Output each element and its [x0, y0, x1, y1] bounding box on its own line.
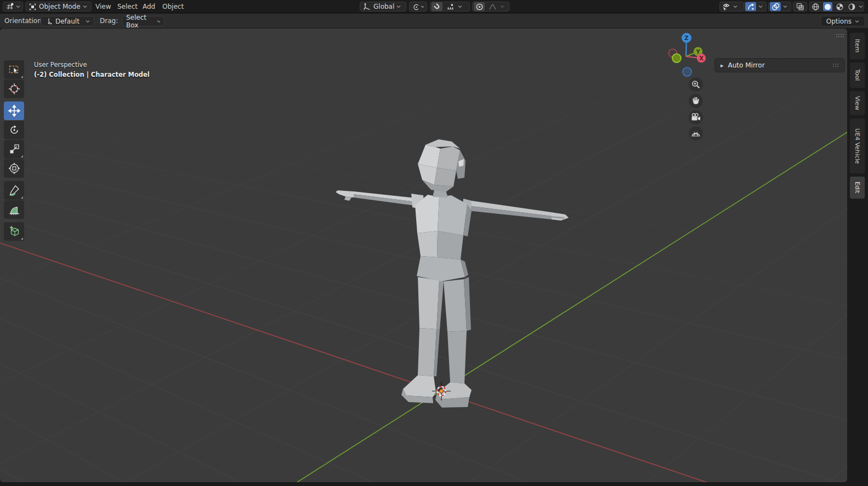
proportional-editing-group	[472, 2, 509, 12]
add-cube-icon	[8, 225, 20, 238]
overlays-toggle-group	[768, 2, 791, 12]
perspective-toggle-button[interactable]	[689, 126, 703, 140]
menu-view[interactable]: View	[91, 0, 115, 13]
pan-button[interactable]	[689, 94, 703, 108]
select-box-tool[interactable]	[4, 60, 24, 79]
scale-tool[interactable]	[4, 140, 24, 159]
falloff-curve-icon	[489, 3, 497, 11]
orientation-axes-icon	[363, 3, 371, 11]
object-origin-dot	[440, 389, 444, 393]
eye-cursor-icon	[722, 2, 731, 11]
expand-chevron-icon: ▸	[721, 62, 724, 69]
character-model[interactable]	[336, 139, 569, 408]
object-mode-icon	[29, 3, 37, 11]
chevron-down-icon	[396, 5, 401, 8]
breadcrumb: (-2) Collection | Character Model	[34, 71, 150, 78]
axis-neg-y-ball	[672, 54, 681, 63]
panel-title: Auto Mirror	[728, 61, 765, 69]
options-button[interactable]: Options	[821, 16, 865, 26]
viewport-header: Object Mode View Select Add Object Globa…	[0, 0, 868, 13]
transform-icon	[8, 162, 20, 174]
pivot-point-selector[interactable]	[409, 2, 427, 12]
drag-dropdown[interactable]: Select Box	[122, 16, 164, 26]
grid-fade	[0, 29, 847, 138]
panel-grip-icon[interactable]	[832, 61, 840, 69]
y-axis-line	[297, 132, 847, 482]
window-bottom-edge	[0, 482, 868, 486]
orientation-dropdown[interactable]: Default	[41, 16, 94, 26]
tab-tool[interactable]: Tool	[849, 62, 865, 88]
snap-toggle[interactable]	[432, 2, 442, 11]
tab-view[interactable]: View	[849, 91, 865, 116]
overlays-toggle[interactable]	[770, 2, 781, 11]
axis-z-label: Z	[684, 35, 688, 41]
left-hand	[336, 190, 354, 197]
move-tool[interactable]	[4, 101, 24, 120]
measure-tool[interactable]	[4, 200, 24, 219]
shading-solid-button[interactable]	[823, 2, 833, 11]
orientation-value: Global	[373, 3, 394, 10]
blender-window: Z Y X	[0, 0, 868, 486]
xray-toggle[interactable]	[793, 2, 807, 12]
material-sphere-icon	[836, 3, 844, 11]
chevron-down-icon	[86, 20, 90, 23]
cursor-tool[interactable]	[4, 80, 24, 98]
left-foot	[403, 375, 436, 397]
subtool-indicator	[21, 76, 23, 78]
menu-add[interactable]: Add	[138, 0, 160, 13]
snap-magnet-icon	[433, 3, 441, 11]
visibility-selector[interactable]	[719, 2, 744, 12]
tab-ue4-vehicle[interactable]: UE4 Vehicle	[849, 118, 865, 174]
chevron-down-icon	[758, 5, 763, 8]
orientation-default-icon	[45, 18, 53, 25]
region-grip-icon[interactable]	[836, 33, 844, 38]
orientation-dropdown-value: Default	[55, 18, 80, 25]
editor-type-selector[interactable]	[3, 2, 23, 12]
annotate-icon	[8, 184, 20, 196]
viewport-3d[interactable]: Z Y X	[0, 29, 847, 482]
snap-increment-icon	[446, 3, 455, 11]
proportional-edit-toggle[interactable]	[474, 2, 485, 11]
chevron-down-icon	[458, 5, 462, 8]
panel-auto-mirror[interactable]: ▸ Auto Mirror	[714, 58, 845, 72]
camera-view-button[interactable]	[689, 110, 703, 125]
rotate-icon	[8, 124, 20, 136]
tab-item[interactable]: Item	[849, 32, 865, 60]
shading-wireframe-button[interactable]	[811, 2, 821, 11]
chevron-down-icon	[733, 5, 737, 8]
axis-neg-z-ball	[683, 67, 691, 76]
drag-label: Drag:	[100, 17, 118, 25]
shading-material-button[interactable]	[835, 2, 844, 11]
falloff-selector[interactable]	[487, 2, 498, 11]
axis-y-label: Y	[695, 49, 700, 55]
tool-settings-bar: Orientation: Default Drag: Select Box Op…	[0, 14, 868, 29]
overlays-icon	[771, 3, 780, 11]
shading-rendered-button[interactable]	[847, 2, 856, 11]
transform-orientation-selector[interactable]: Global	[360, 2, 406, 12]
options-label: Options	[826, 18, 852, 25]
tab-edit[interactable]: Edit	[849, 176, 865, 199]
rotate-tool[interactable]	[4, 121, 24, 139]
chevron-down-icon	[855, 20, 859, 23]
annotate-tool[interactable]	[4, 181, 24, 200]
editor-type-icon	[5, 2, 14, 11]
xray-icon	[796, 2, 804, 11]
subtool-indicator	[21, 238, 23, 240]
menu-object[interactable]: Object	[158, 0, 188, 13]
subtool-indicator	[21, 155, 23, 157]
chevron-down-icon	[859, 5, 863, 8]
scale-icon	[8, 143, 20, 155]
orientation-label: Orientation:	[4, 17, 44, 25]
zoom-button[interactable]	[689, 77, 703, 92]
snap-target-selector[interactable]	[445, 2, 456, 11]
select-box-icon	[8, 64, 20, 76]
measure-icon	[8, 204, 20, 216]
wireframe-sphere-icon	[812, 3, 820, 11]
axis-x-label: X	[699, 55, 704, 61]
add-cube-tool[interactable]	[4, 222, 24, 241]
chevron-down-icon	[421, 5, 424, 8]
transform-tool[interactable]	[4, 159, 24, 178]
subtool-indicator	[21, 196, 23, 199]
gizmos-toggle[interactable]	[745, 2, 756, 11]
mode-selector[interactable]: Object Mode	[25, 2, 92, 12]
